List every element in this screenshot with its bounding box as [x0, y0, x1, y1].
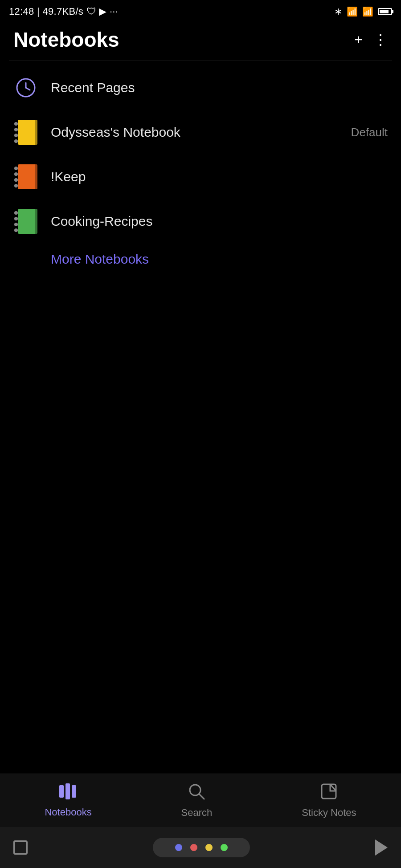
battery-icon — [378, 8, 392, 15]
sticky-nav-icon — [320, 783, 337, 803]
android-nav-bar — [0, 827, 401, 868]
page-header: Notebooks + ⋮ — [0, 23, 401, 61]
nav-item-search[interactable]: Search — [168, 778, 226, 823]
status-speed: | — [37, 6, 42, 17]
svg-rect-4 — [65, 783, 70, 799]
svg-line-7 — [199, 794, 204, 799]
more-notebooks-link[interactable]: More Notebooks — [0, 244, 401, 275]
android-nav-inner — [0, 838, 401, 857]
sticky-nav-label: Sticky Notes — [302, 807, 356, 819]
status-time: 12:48 — [9, 6, 34, 17]
android-nav-dot-blue — [175, 844, 182, 851]
add-notebook-button[interactable]: + — [354, 32, 363, 48]
odysseas-notebook-label: Odysseas's Notebook — [51, 125, 351, 140]
android-nav-dot-yellow — [205, 844, 213, 851]
nav-item-notebooks[interactable]: Notebooks — [31, 779, 105, 823]
keep-notebook-label: !Keep — [51, 169, 388, 184]
page-title: Notebooks — [13, 28, 119, 52]
cooking-notebook-icon — [13, 209, 38, 234]
status-right-icons: ∗ 📶 📶 — [334, 6, 392, 17]
recent-pages-icon — [13, 75, 38, 100]
keep-notebook-icon — [13, 164, 38, 189]
svg-line-2 — [26, 88, 30, 90]
list-item-keep[interactable]: !Keep — [0, 155, 401, 199]
header-actions: + ⋮ — [354, 31, 388, 48]
nav-item-sticky[interactable]: Sticky Notes — [288, 778, 369, 823]
list-item-recent[interactable]: Recent Pages — [0, 65, 401, 110]
svg-rect-5 — [72, 785, 76, 798]
search-nav-icon — [188, 783, 205, 803]
notebook-list: Recent Pages Odysseas's Notebook Default — [0, 61, 401, 279]
recent-pages-label: Recent Pages — [51, 80, 388, 95]
android-nav-dot-red — [190, 844, 197, 851]
signal-icon: 📶 — [347, 6, 358, 17]
odysseas-notebook-badge: Default — [351, 126, 388, 139]
wifi-icon: 📶 — [362, 6, 373, 17]
bottom-nav: Notebooks Search Sticky Notes — [0, 774, 401, 827]
android-nav-dot-green — [221, 844, 228, 851]
android-nav-dots — [153, 838, 250, 857]
list-item-cooking[interactable]: Cooking-Recipes — [0, 199, 401, 244]
android-nav-back[interactable] — [375, 839, 388, 856]
notebooks-nav-icon — [59, 783, 77, 803]
status-bar: 12:48 | 49.7KB/s 🛡 ▶ ··· ∗ 📶 📶 — [0, 0, 401, 23]
odysseas-notebook-icon — [13, 120, 38, 145]
status-time-speed: 12:48 | 49.7KB/s 🛡 ▶ ··· — [9, 6, 118, 17]
svg-rect-3 — [59, 785, 64, 798]
bluetooth-icon: ∗ — [334, 6, 342, 17]
status-network-speed: 49.7KB/s — [42, 6, 83, 17]
notebooks-nav-label: Notebooks — [45, 807, 91, 818]
android-nav-square[interactable] — [13, 840, 28, 855]
status-icons: 🛡 ▶ ··· — [86, 6, 119, 17]
search-nav-label: Search — [181, 807, 213, 819]
list-item-odysseas[interactable]: Odysseas's Notebook Default — [0, 110, 401, 155]
menu-button[interactable]: ⋮ — [373, 31, 388, 48]
cooking-notebook-label: Cooking-Recipes — [51, 214, 388, 229]
